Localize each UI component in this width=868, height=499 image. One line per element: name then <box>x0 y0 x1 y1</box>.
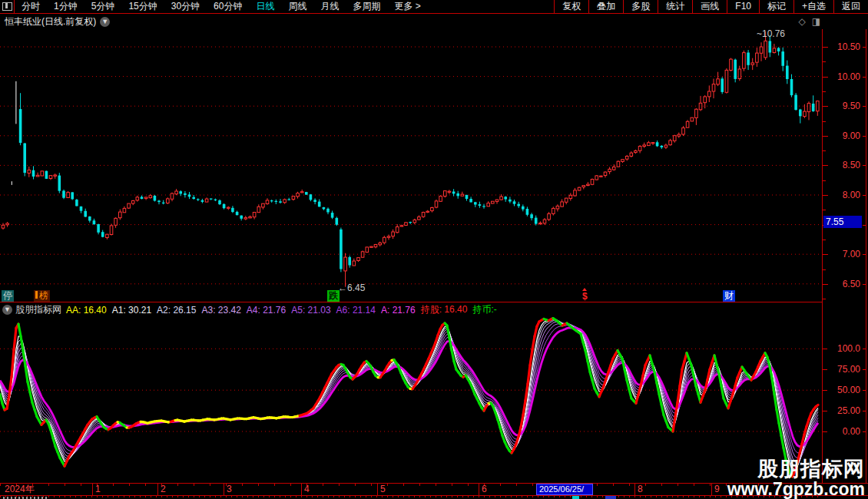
price-tick <box>823 121 826 122</box>
chevron-down-icon[interactable]: ▼ <box>100 17 110 27</box>
rank-badge[interactable]: 榜 <box>34 290 50 302</box>
indicator-value-9: 持币:- <box>472 303 496 316</box>
halt-badge[interactable]: 停 <box>2 290 14 302</box>
price-tick <box>823 195 828 196</box>
toolbar-period-6[interactable]: 日线 <box>249 0 281 13</box>
axis-border-line <box>822 29 823 483</box>
toolbar-period-1[interactable]: 1分钟 <box>47 0 84 13</box>
watermark-site-url: www.7gpzb.com <box>727 480 865 498</box>
year-label: 2024年 <box>5 484 35 495</box>
oscillator-tick <box>823 390 827 391</box>
toolbar-action-4[interactable]: 画线 <box>692 0 727 13</box>
title-row: 恒丰纸业(日线.前复权) ▼ ◇ ◨ <box>0 14 868 29</box>
month-separator <box>157 484 158 495</box>
toolbar-period-5[interactable]: 60分钟 <box>207 0 249 13</box>
price-tick <box>823 91 826 92</box>
price-tick <box>823 61 826 62</box>
toolbar-action-6[interactable]: 标记 <box>759 0 793 13</box>
watermark-site-name: 股朋指标网 <box>727 459 865 480</box>
toolbar-period-4[interactable]: 30分钟 <box>164 0 207 13</box>
price-tick <box>823 210 826 210</box>
price-tick <box>823 299 826 299</box>
price-axis-label: 6.50 <box>827 279 860 289</box>
oscillator-axis-label: 75.00 <box>827 364 860 375</box>
right-border-line <box>866 29 866 496</box>
month-separator <box>301 484 302 495</box>
page-title: 恒丰纸业(日线.前复权) <box>5 15 96 28</box>
toolbar-period-7[interactable]: 周线 <box>281 0 313 13</box>
oscillator-tick <box>823 431 827 432</box>
top-toolbar: 分时1分钟5分钟15分钟30分钟60分钟日线周线月线多周期更多 ˃ 复权叠加多股… <box>0 0 868 14</box>
indicator-value-0: AA: 16.40 <box>66 305 107 316</box>
toolbar-action-1[interactable]: 叠加 <box>588 0 623 13</box>
price-tick <box>823 136 828 137</box>
oscillator-panel[interactable] <box>0 317 822 483</box>
toolbar-period-9[interactable]: 多周期 <box>346 0 387 13</box>
month-separator <box>377 484 378 495</box>
oscillator-axis-label: 0.00 <box>827 426 860 437</box>
indicator-value-4: A4: 21.76 <box>247 305 286 316</box>
price-axis-label: 10.50 <box>827 41 860 52</box>
price-tick <box>823 106 828 107</box>
price-tick <box>823 165 828 166</box>
indicator-chevron-icon[interactable]: ▼ <box>2 305 12 315</box>
toolbar-action-7[interactable]: +自选 <box>793 0 833 13</box>
toolbar-action-3[interactable]: 统计 <box>658 0 692 13</box>
toolbar-period-2[interactable]: 5分钟 <box>84 0 122 13</box>
oscillator-canvas[interactable] <box>0 317 822 483</box>
dollar-marker[interactable]: $ <box>581 288 589 299</box>
indicator-value-3: A3: 23.42 <box>201 305 240 316</box>
candlestick-canvas[interactable] <box>0 29 822 302</box>
month-label: 4 <box>304 484 310 495</box>
toolbar-period-0[interactable]: 分时 <box>15 0 47 13</box>
toolbar-period-10[interactable]: 更多 ˃ <box>387 0 427 13</box>
toolbar-period-3[interactable]: 15分钟 <box>121 0 164 13</box>
oscillator-tick <box>823 349 827 349</box>
price-tick <box>823 240 826 240</box>
fall-badge[interactable]: 跌 <box>327 290 340 302</box>
toolbar-action-2[interactable]: 多股 <box>623 0 658 13</box>
price-tick <box>823 77 828 78</box>
app-window: 分时1分钟5分钟15分钟30分钟60分钟日线周线月线多周期更多 ˃ 复权叠加多股… <box>0 0 868 499</box>
indicator-value-8: 持股: 16.40 <box>421 303 468 316</box>
wealth-marker[interactable]: 财 <box>723 290 735 302</box>
month-label: 1 <box>95 484 101 495</box>
toolbar-action-0[interactable]: 复权 <box>554 0 588 13</box>
month-label: 6 <box>482 484 487 495</box>
sliver-cyan-mark <box>572 496 579 499</box>
indicator-value-2: A2: 26.15 <box>157 305 196 316</box>
toolbar-action-5[interactable]: F10 <box>727 0 759 13</box>
price-axis-label: 10.00 <box>827 71 860 82</box>
month-label: 2 <box>161 484 166 495</box>
indicator-value-5: A5: 21.03 <box>291 305 330 316</box>
indicator-header: ▼ 股朋指标网 AA: 16.40A1: 30.21A2: 26.15A3: 2… <box>0 302 868 317</box>
indicator-value-1: A1: 30.21 <box>112 305 151 316</box>
toolbar-action-8[interactable]: 返回 <box>833 0 868 13</box>
price-tick <box>823 180 826 181</box>
indicator-value-6: A6: 21.14 <box>336 305 376 316</box>
watermark: 股朋指标网 www.7gpzb.com <box>727 459 865 498</box>
oscillator-axis-label: 50.00 <box>827 385 860 395</box>
selected-date-badge: 2025/06/25/三 <box>536 484 593 495</box>
candlestick-chart[interactable]: ~10.76 ←6.45 停 榜 跌 $ 财 <box>0 29 822 302</box>
split-view-icon[interactable]: ◨ <box>812 16 820 27</box>
oscillator-tick <box>823 369 827 370</box>
current-price-badge: 7.55 <box>823 216 862 228</box>
price-axis-label: 8.00 <box>827 190 860 200</box>
price-tick <box>823 150 826 151</box>
price-tick <box>823 47 828 48</box>
month-separator <box>711 484 712 495</box>
price-tick <box>823 254 828 255</box>
month-separator <box>92 484 93 495</box>
window-layout-icon[interactable] <box>0 0 15 13</box>
oscillator-tick <box>823 411 827 411</box>
diamond-icon[interactable]: ◇ <box>798 16 805 27</box>
oscillator-axis-label: 25.00 <box>827 405 860 416</box>
month-label: 3 <box>227 484 232 495</box>
month-separator <box>479 484 479 495</box>
toolbar-period-8[interactable]: 月线 <box>313 0 346 13</box>
month-label: 5 <box>380 484 386 495</box>
month-separator <box>634 484 635 495</box>
month-label: 9 <box>714 484 720 495</box>
price-tick <box>823 269 826 270</box>
